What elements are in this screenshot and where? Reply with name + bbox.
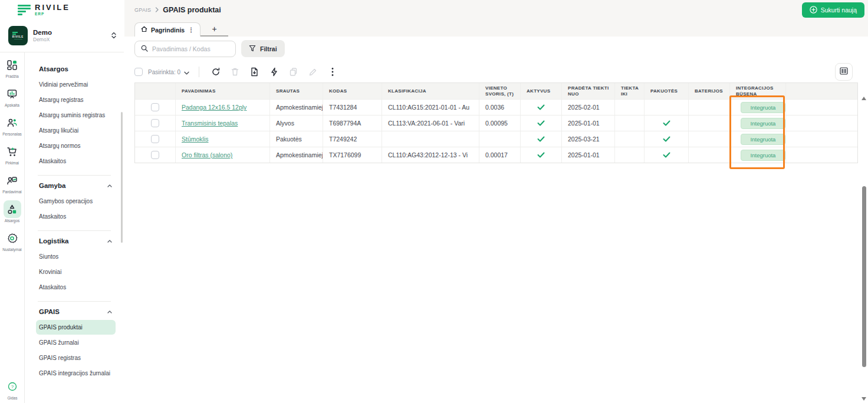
create-new-button[interactable]: Sukurti naują [802, 2, 864, 18]
column-header-integracijos-būsena[interactable]: INTEGRACIJOS BŪSENA [729, 83, 785, 99]
brand-name: RIVILE [35, 4, 70, 11]
pradeta-cell: 2025-01-01 [561, 147, 614, 163]
status-badge: Integruota [741, 134, 785, 145]
select-all-checkbox[interactable] [134, 68, 143, 76]
sidebar-item-atsargų-likučiai[interactable]: Atsargų likučiai [36, 123, 116, 138]
breadcrumb-parent[interactable]: GPAIS [134, 7, 151, 13]
sidebar-scrollbar[interactable] [121, 112, 123, 243]
scroll-up-arrow[interactable] [862, 97, 866, 100]
column-header-aktyvus[interactable]: AKTYVUS [520, 83, 561, 99]
product-link[interactable]: Stūmoklis [182, 136, 209, 143]
pakuotes-cell [644, 100, 688, 115]
svoris-value: 0.00095 [485, 120, 508, 127]
product-link[interactable]: Padanga 12x16.5 12ply [182, 104, 246, 111]
filters-button[interactable]: Filtrai [241, 40, 285, 57]
product-link[interactable]: Oro filtras (salono) [182, 151, 232, 158]
svoris-cell [479, 131, 520, 147]
row-checkbox-cell [135, 115, 175, 131]
row-checkbox[interactable] [151, 151, 159, 159]
sidebar-item-kroviniai[interactable]: Kroviniai [36, 265, 116, 279]
pradeta-value: 2025-01-01 [568, 151, 600, 158]
sidebar-section-logistika[interactable]: Logistika [39, 237, 124, 245]
srautas-cell: Apmokestinamieji [269, 147, 323, 163]
sidebar-item-gpais-produktai[interactable]: GPAIS produktai [36, 320, 116, 335]
product-link[interactable]: Transmisinis tepalas [182, 120, 238, 127]
row-checkbox[interactable] [151, 135, 159, 143]
tab-pagrindinis[interactable]: Pagrindinis ⋮ [134, 22, 200, 37]
row-checkbox[interactable] [151, 103, 159, 111]
tab-kebab-icon[interactable]: ⋮ [188, 27, 194, 33]
sidebar-item-siuntos[interactable]: Siuntos [36, 249, 116, 264]
funnel-icon [249, 45, 256, 53]
rail-item-label: Apskaita [5, 103, 19, 107]
pradeta-value: 2025-03-21 [568, 136, 600, 143]
search-input[interactable] [152, 45, 223, 52]
sidebar-item-gamybos-operacijos[interactable]: Gamybos operacijos [36, 194, 116, 209]
column-header-baterijos[interactable]: BATERIJOS [688, 83, 729, 99]
column-header-klasifikacija[interactable]: KLASIFIKACIJA [382, 83, 479, 99]
row-checkbox[interactable] [151, 119, 159, 127]
add-tab-button[interactable]: + [200, 22, 228, 37]
rail-item-atsargos[interactable]: Atsargos [2, 200, 22, 223]
sidebar-item-gpais-integracijos-žurnalai[interactable]: GPAIS integracijos žurnalai [36, 366, 116, 381]
kodas-value: T6987794A [329, 120, 361, 127]
column-header-srautas[interactable]: SRAUTAS [269, 83, 323, 99]
sidebar-section-gpais[interactable]: GPAIS [39, 308, 124, 315]
klasifikacija-cell: CL110:AG15:2021-01-01 - Au [382, 100, 479, 115]
refresh-icon [211, 67, 221, 77]
breadcrumb: GPAIS GPAIS produktai [134, 6, 221, 14]
busena-cell: Integruota [729, 100, 785, 115]
kebab-button[interactable] [324, 65, 340, 79]
rail-item-nustatymai[interactable]: Nustatymai [2, 229, 22, 252]
help-label: Gidas [8, 396, 18, 400]
sidebar-item-atsargų-normos[interactable]: Atsargų normos [36, 138, 116, 153]
column-header-tiekta-iki[interactable]: TIEKTA IKI [614, 83, 644, 99]
lightning-button[interactable] [266, 65, 282, 79]
workspace-selector[interactable]: RIVILE Demo DemoX [0, 19, 124, 52]
rail-item-personalas[interactable]: Personalas [2, 114, 22, 136]
sidebar-menu: AtsargosVidiniai pervežimaiAtsargų regis… [25, 52, 124, 403]
column-header-pavadinimas[interactable]: PAVADINIMAS [175, 83, 269, 99]
rail-item-pirkimai[interactable]: Pirkimai [2, 143, 22, 165]
check-icon [537, 118, 545, 128]
column-header-vieneto-svoris[interactable]: VIENETO SVORIS, (T) [479, 83, 520, 99]
column-header-pradėta-tiekti-nuo[interactable]: PRADĖTA TIEKTI NUO [561, 83, 614, 99]
sidebar-item-gpais-žurnalai[interactable]: GPAIS žurnalai [36, 335, 116, 350]
sidebar-item-atsargų-registras[interactable]: Atsargų registras [36, 93, 116, 107]
aktyvus-cell [520, 147, 561, 163]
chevron-down-icon[interactable] [184, 67, 189, 77]
scroll-down-arrow[interactable] [862, 397, 866, 401]
rail-item-pradžia[interactable]: Pradžia [2, 56, 22, 78]
column-header-pakuotės[interactable]: PAKUOTĖS [644, 83, 688, 99]
columns-icon [840, 67, 848, 77]
sidebar-section-atsargos[interactable]: Atsargos [39, 65, 124, 72]
main-area: GPAIS GPAIS produktai Sukurti naują Pagr… [124, 0, 868, 403]
sidebar-item-gpais-registras[interactable]: GPAIS registras [36, 351, 116, 365]
unfold-icon[interactable] [111, 31, 117, 41]
klasifikacija-cell: CL113:VA:2021-06-01 - Vari [382, 115, 479, 131]
columns-settings-button[interactable] [835, 63, 853, 81]
rail-item-apskaita[interactable]: Apskaita [2, 85, 22, 107]
create-new-label: Sukurti naują [821, 6, 857, 14]
brand-sub: ERP [35, 12, 70, 16]
sidebar-divider [38, 301, 111, 302]
sidebar-item-ataskaitos[interactable]: Ataskaitos [36, 154, 116, 169]
sidebar-item-ataskaitos[interactable]: Ataskaitos [36, 209, 116, 224]
rail-item-pardavimai[interactable]: Pardavimai [2, 171, 22, 194]
question-icon: ? [4, 378, 21, 395]
srautas-value: Apmokestinamieji [276, 151, 323, 158]
toolbar: Pasirinkta: 0 [134, 63, 853, 81]
sidebar-item-vidiniai-pervežimai[interactable]: Vidiniai pervežimai [36, 77, 116, 92]
scrollbar-thumb[interactable] [862, 186, 866, 367]
sidebar-item-ataskaitos[interactable]: Ataskaitos [36, 280, 116, 295]
sidebar-item-atsargų-suminis-registras[interactable]: Atsargų suminis registras [36, 108, 116, 123]
tiekta-cell [614, 131, 644, 147]
export-button[interactable] [246, 65, 262, 79]
sidebar-section-gamyba[interactable]: Gamyba [39, 182, 124, 189]
pavadinimas-cell: Oro filtras (salono) [175, 147, 269, 163]
filter-row: Filtrai [134, 40, 285, 57]
workspace-name: Demo [33, 28, 52, 37]
refresh-button[interactable] [208, 65, 223, 79]
column-header-kodas[interactable]: KODAS [323, 83, 382, 99]
help-button[interactable]: ? Gidas [0, 378, 25, 400]
